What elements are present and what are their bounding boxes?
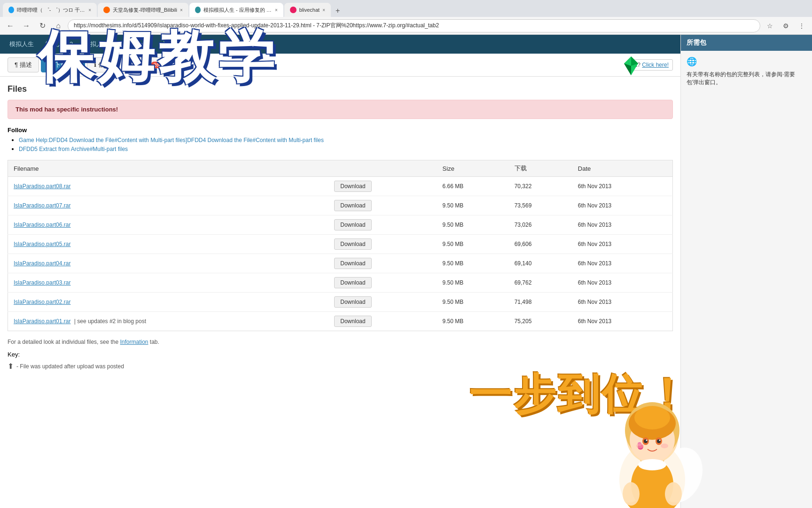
tab-favicon-3 xyxy=(195,7,201,13)
size-cell-7: 9.50 MB xyxy=(437,293,509,312)
file-link-2[interactable]: IslaParadiso.part07.rar xyxy=(14,202,70,209)
key-title: Key: xyxy=(8,351,673,358)
table-row: IslaParadiso.part04.rar Download 9.50 MB… xyxy=(8,254,673,273)
info-text: For a detailed look at individual files,… xyxy=(8,339,673,345)
right-sidebar: 所需包 🌐 有关带有名称的包的完整列表，请参阅·需要包'弹出窗口。 xyxy=(680,35,812,508)
upload-icon: ⬆ xyxy=(8,362,14,371)
tab-download[interactable]: ⬇ 下载 8 xyxy=(41,57,86,72)
tab-bar: 哔哩哔哩（ ゜- ゜）つロ 干杯--bili... × 天堂岛修复-哔哩哔哩_B… xyxy=(0,0,812,17)
browser-tab-1[interactable]: 哔哩哔哩（ ゜- ゜）つロ 干杯--bili... × xyxy=(3,3,97,17)
tab-label-1: 哔哩哔哩（ ゜- ゜）つロ 干杯--bili... xyxy=(17,7,86,14)
follow-section: Follow Game Help:DFDD4 Download the File… xyxy=(8,127,673,152)
download-button-3[interactable]: Download xyxy=(334,219,371,230)
sidebar-content: 🌐 有关带有名称的包的完整列表，请参阅·需要包'弹出窗口。 xyxy=(681,51,812,92)
info-text-suffix: tab. xyxy=(150,339,159,345)
tab-close-1[interactable]: × xyxy=(88,8,91,13)
file-name-cell: IslaParadiso.part07.rar xyxy=(8,196,329,215)
size-cell-3: 9.50 MB xyxy=(437,215,509,235)
file-link-8[interactable]: IslaParadiso.part01.rar xyxy=(14,318,70,325)
file-name-cell: IslaParadiso.part01.rar | see updates #2… xyxy=(8,312,329,331)
tab-favicon-1 xyxy=(8,7,14,13)
tab-close-3[interactable]: × xyxy=(275,8,278,13)
col-downloads: 下载 xyxy=(509,160,572,177)
follow-list-item-1: Game Help:DFDD4 Download the File#Conten… xyxy=(19,136,673,143)
table-row: IslaParadiso.part02.rar Download 9.50 MB… xyxy=(8,293,673,312)
tab-comments-badge: 266 xyxy=(151,62,165,68)
follow-link-1[interactable]: Game Help:DFDD4 Download the File#Conten… xyxy=(19,137,324,143)
new-tab-button[interactable]: + xyxy=(332,5,344,17)
forward-button[interactable]: → xyxy=(20,19,33,32)
information-link[interactable]: Information xyxy=(120,339,148,345)
download-button-5[interactable]: Download xyxy=(334,258,371,269)
col-size: Size xyxy=(437,160,509,177)
download-button-4[interactable]: Download xyxy=(334,238,371,250)
date-cell-2: 6th Nov 2013 xyxy=(572,196,673,215)
browser-tab-2[interactable]: 天堂岛修复-哔哩哔哩_Bilibili × xyxy=(98,3,188,17)
file-name-cell: IslaParadiso.part02.rar xyxy=(8,293,329,312)
section-title: Files xyxy=(8,84,673,94)
tab-label-4: blivechat xyxy=(299,7,320,13)
alert-box: This mod has specific instructions! xyxy=(8,100,673,119)
file-link-7[interactable]: IslaParadiso.part02.rar xyxy=(14,299,70,305)
file-link-1[interactable]: IslaParadiso.part08.rar xyxy=(14,183,70,190)
browser-tab-3[interactable]: 模拟模拟人生 - 应用修复的 Isla P... × xyxy=(189,3,283,17)
follow-list: Game Help:DFDD4 Download the File#Conten… xyxy=(8,136,673,152)
download-button-2[interactable]: Download xyxy=(334,200,371,211)
file-link-6[interactable]: IslaParadiso.part03.rar xyxy=(14,279,70,286)
download-btn-cell-6: Download xyxy=(328,273,437,293)
menu-button[interactable]: ⋮ xyxy=(795,19,808,32)
downloads-cell-7: 71,498 xyxy=(509,293,572,312)
nav-item-site[interactable]: 网站 xyxy=(186,40,198,48)
file-name-cell: IslaParadiso.part08.rar xyxy=(8,177,329,196)
click-here-link[interactable]: Click here! xyxy=(642,62,669,68)
download-btn-cell-4: Download xyxy=(328,235,437,254)
refresh-button[interactable]: ↻ xyxy=(36,19,49,32)
download-button-6[interactable]: Download xyxy=(334,277,371,288)
downloads-cell-2: 73,569 xyxy=(509,196,572,215)
follow-link-2[interactable]: DFDD5 Extract from Archive#Multi-part fi… xyxy=(19,146,128,152)
follow-list-item-2: DFDD5 Extract from Archive#Multi-part fi… xyxy=(19,145,673,152)
nav-item-community[interactable]: 社区 xyxy=(163,40,175,48)
download-btn-cell-8: Download xyxy=(328,312,437,331)
date-cell-4: 6th Nov 2013 xyxy=(572,235,673,254)
back-button[interactable]: ← xyxy=(4,19,17,32)
bookmark-button[interactable]: ☆ xyxy=(763,19,776,32)
download-button-1[interactable]: Download xyxy=(334,181,371,192)
tab-favicon-2 xyxy=(103,7,110,13)
browser-tab-4[interactable]: blivechat × xyxy=(284,3,331,17)
download-button-7[interactable]: Download xyxy=(334,296,371,308)
home-button[interactable]: ⌂ xyxy=(52,19,65,32)
file-name-cell: IslaParadiso.part06.rar xyxy=(8,215,329,235)
tab-describe[interactable]: ¶ 描述 xyxy=(8,57,39,72)
download-btn-cell-3: Download xyxy=(328,215,437,235)
files-table: Filename Size 下载 Date IslaParadiso.part0… xyxy=(8,160,673,331)
nav-item-sims3[interactable]: 模拟人生3 xyxy=(84,40,112,48)
downloads-cell-5: 69,140 xyxy=(509,254,572,273)
size-cell-6: 9.50 MB xyxy=(437,273,509,293)
nav-item-sims4[interactable]: 模拟人生4 xyxy=(123,40,151,48)
address-bar[interactable] xyxy=(68,19,760,32)
file-link-5[interactable]: IslaParadiso.part04.rar xyxy=(14,260,70,267)
tab-info-label: ℹ 信息 xyxy=(94,61,110,69)
file-note-8: | see updates #2 in blog post xyxy=(74,318,146,325)
key-description-1: - File was updated after upload was post… xyxy=(16,363,124,370)
nav-item-sims2[interactable]: 模拟人生2 xyxy=(45,40,73,48)
extensions-button[interactable]: ⚙ xyxy=(779,19,792,32)
date-cell-5: 6th Nov 2013 xyxy=(572,254,673,273)
tab-info[interactable]: ℹ 信息 xyxy=(87,57,117,72)
file-link-3[interactable]: IslaParadiso.part06.rar xyxy=(14,222,70,228)
file-link-4[interactable]: IslaParadiso.part05.rar xyxy=(14,241,70,247)
nav-item-sims1[interactable]: 模拟人生 xyxy=(9,40,34,48)
tab-label-2: 天堂岛修复-哔哩哔哩_Bilibili xyxy=(113,7,177,14)
file-name-cell: IslaParadiso.part04.rar xyxy=(8,254,329,273)
content-area: 模拟人生 模拟人生2 模拟人生3 模拟人生4 社区 网站 ¶ 描述 ⬇ 下载 8… xyxy=(0,35,812,508)
tab-download-badge: 8 xyxy=(70,62,78,68)
col-filename: Filename xyxy=(8,160,329,177)
download-btn-cell-2: Download xyxy=(328,196,437,215)
tab-comments[interactable]: 💬 评论 266 xyxy=(119,57,172,72)
downloads-cell-6: 69,762 xyxy=(509,273,572,293)
tab-close-4[interactable]: × xyxy=(322,8,325,13)
download-button-8[interactable]: Download xyxy=(334,316,371,327)
size-cell-2: 9.50 MB xyxy=(437,196,509,215)
tab-close-2[interactable]: × xyxy=(180,8,183,13)
